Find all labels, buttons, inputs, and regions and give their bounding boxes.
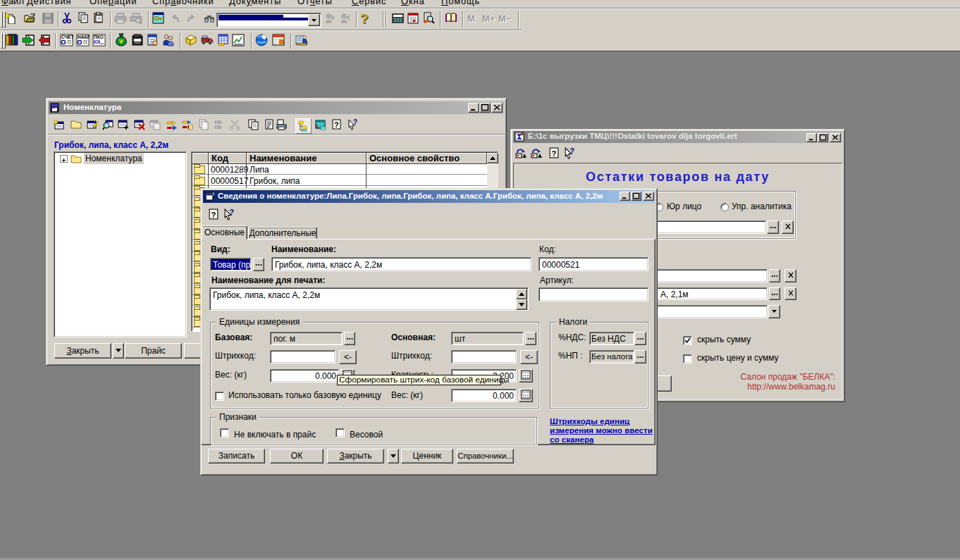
- svg-text:?: ?: [570, 147, 574, 155]
- svg-text:?: ?: [353, 119, 357, 126]
- svg-text:СЧЕТ: СЧЕТ: [61, 35, 73, 39]
- svg-text:?: ?: [211, 210, 216, 219]
- svg-text:?: ?: [334, 120, 339, 129]
- svg-text:НАКЛ: НАКЛ: [78, 35, 90, 39]
- svg-text:ПКО: ПКО: [94, 35, 104, 39]
- svg-text:?: ?: [230, 209, 234, 216]
- svg-text:?: ?: [551, 149, 556, 158]
- svg-text:26: 26: [279, 39, 285, 44]
